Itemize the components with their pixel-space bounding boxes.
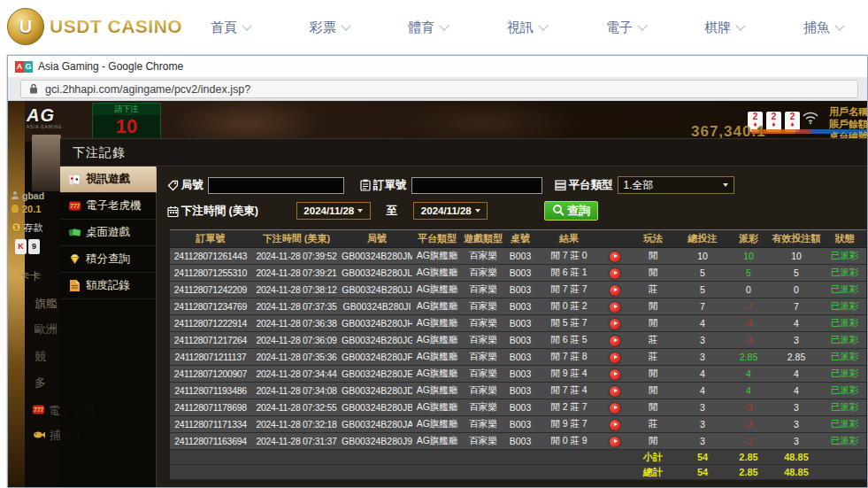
- svg-text:777: 777: [34, 407, 43, 413]
- cell-valid: 4: [770, 383, 823, 399]
- round-input[interactable]: [208, 177, 344, 194]
- cell-game: 百家樂: [462, 265, 504, 282]
- nav-item-live[interactable]: 視訊: [507, 19, 547, 36]
- date-from-value: 2024/11/28: [303, 205, 354, 216]
- cell-round: GB00324B280JM: [342, 248, 412, 265]
- play-video-icon[interactable]: [610, 420, 620, 430]
- sidebar-item-points-inquiry[interactable]: 積分查詢: [60, 246, 156, 273]
- sidebar-item-slot-machines[interactable]: 777電子老虎機: [60, 193, 156, 220]
- nav-item-sports[interactable]: 體育: [408, 19, 448, 36]
- play-video-icon[interactable]: [610, 386, 620, 397]
- nav-item-lottery[interactable]: 彩票: [310, 19, 350, 36]
- brand-coin-icon: U: [7, 8, 44, 45]
- cell-result: 閒 2 莊 7: [536, 399, 602, 416]
- play-video-icon[interactable]: [610, 252, 620, 262]
- cell-table: B003: [504, 416, 536, 433]
- play-video-icon[interactable]: [610, 319, 620, 329]
- ag-logo-text: AG: [27, 105, 55, 125]
- sidebar-item-quota-records[interactable]: 額度記錄: [60, 273, 156, 299]
- play-video-icon[interactable]: [610, 268, 620, 279]
- window-titlebar[interactable]: AG Asia Gaming - Google Chrome: [8, 56, 867, 77]
- cell-table: B003: [504, 366, 536, 383]
- order-input[interactable]: [411, 177, 542, 194]
- cell-bet-on: 莊: [628, 416, 678, 433]
- cell-payout: 4: [727, 383, 770, 399]
- total-valid: 48.85: [770, 465, 823, 480]
- cell-platform: AG旗艦廳: [412, 399, 462, 416]
- sidebar-item-label: 額度記錄: [86, 278, 130, 293]
- play-video-icon[interactable]: [610, 403, 620, 414]
- cell-result: 閒 6 莊 1: [536, 265, 602, 282]
- sidebar-item-table-games[interactable]: 桌面遊戲: [60, 220, 156, 246]
- cell-game: 百家樂: [462, 332, 504, 349]
- column-header: 狀態: [823, 230, 866, 248]
- nav-item-label: 體育: [408, 19, 434, 36]
- cell-result: 閒 7 莊 7: [536, 282, 602, 298]
- ag-logo-subtext: ASIA GAMING: [27, 126, 63, 130]
- usdt-casino-logo[interactable]: U USDT CASINO: [7, 8, 182, 45]
- countdown-number: 10: [93, 115, 160, 138]
- cell-table: B003: [504, 332, 536, 349]
- coin-icon: $: [12, 222, 21, 234]
- slot-icon: 777: [32, 403, 45, 419]
- column-header: 平台類型: [412, 230, 462, 248]
- column-header: 桌號: [504, 230, 536, 248]
- play-video-icon[interactable]: [610, 369, 620, 380]
- list-icon: [555, 180, 566, 191]
- platform-type-select[interactable]: 1.全部: [618, 176, 734, 194]
- user-avatar: [32, 135, 61, 191]
- cell-order: 241128071217264: [170, 332, 251, 349]
- brand-name: USDT CASINO: [50, 16, 182, 37]
- cell-play: [602, 416, 628, 433]
- cell-valid: 2.85: [770, 349, 823, 366]
- cell-play: [602, 366, 628, 383]
- cell-status: 已派彩: [823, 315, 866, 332]
- search-button[interactable]: 查詢: [544, 201, 598, 221]
- nav-item-slots[interactable]: 電子: [606, 19, 646, 36]
- window-title: Asia Gaming - Google Chrome: [38, 60, 183, 73]
- play-video-icon[interactable]: [610, 336, 620, 346]
- play-video-icon[interactable]: [610, 352, 620, 363]
- cell-status: 已派彩: [823, 399, 866, 416]
- subtotal-bet: 54: [678, 450, 727, 465]
- subtotal-row: 小計 54 2.85 48.85: [170, 450, 866, 465]
- username-text: gbad: [22, 190, 44, 201]
- cell-payout: -4: [727, 315, 770, 332]
- cell-payout: -3: [727, 332, 770, 349]
- cell-bet-on: 閒: [628, 366, 678, 383]
- url-text[interactable]: gci.2hhapi.com/agingame/pcv2/index.jsp?: [45, 83, 250, 96]
- cell-table: B003: [504, 399, 536, 416]
- round-label: 局號: [181, 178, 204, 193]
- cell-table: B003: [504, 349, 536, 366]
- cell-time: 2024-11-28 07:34:08: [251, 383, 342, 399]
- column-header: 下注時間 (美東): [251, 230, 342, 248]
- cell-bet-on: 閒: [628, 433, 678, 450]
- total-row: 總計 54 2.85 48.85: [170, 465, 866, 480]
- table-row: 2411280711934862024-11-28 07:34:08GB0032…: [170, 383, 866, 399]
- column-header: 局號: [342, 230, 412, 248]
- cell-result: 閒 0 莊 2: [536, 298, 602, 315]
- cell-bet-on: 閒: [628, 265, 678, 282]
- cell-play: [602, 282, 628, 298]
- play-video-icon[interactable]: [610, 285, 620, 296]
- cell-time: 2024-11-28 07:39:21: [251, 265, 342, 282]
- deposit-button[interactable]: $ 存款: [12, 221, 43, 235]
- sidebar-item-label: 電子老虎機: [86, 198, 142, 213]
- sidebar-item-video-games[interactable]: 視訊遊戲: [60, 167, 156, 193]
- date-from-picker[interactable]: 2024/11/28: [296, 202, 371, 220]
- nav-item-home[interactable]: 首頁: [211, 19, 250, 36]
- cell-bet: 3: [678, 332, 727, 349]
- play-video-icon[interactable]: [610, 302, 620, 313]
- column-header: 結果: [536, 230, 602, 248]
- cell-order: 241128071255310: [170, 265, 251, 282]
- omnibox[interactable]: gci.2hhapi.com/agingame/pcv2/index.jsp?: [20, 80, 858, 98]
- lobby-item-label: 競: [35, 349, 46, 365]
- nav-item-poker[interactable]: 棋牌: [704, 19, 744, 36]
- date-to-picker[interactable]: 2024/11/28: [413, 202, 488, 220]
- cell-game: 百家樂: [462, 416, 504, 433]
- total-status-empty: [823, 465, 866, 480]
- tableg-icon: [67, 226, 81, 239]
- nav-item-fishing[interactable]: 捕魚: [803, 19, 843, 36]
- cell-round: GB00324B280JB: [342, 399, 412, 416]
- play-video-icon[interactable]: [610, 437, 620, 447]
